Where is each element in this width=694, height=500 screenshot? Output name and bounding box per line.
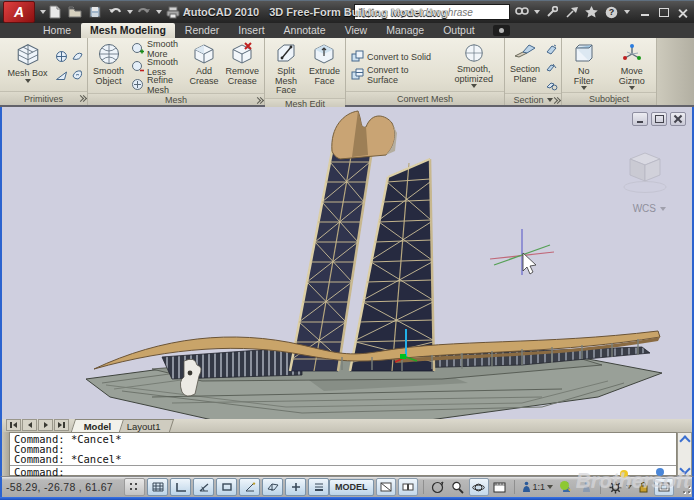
panel-subobject-footer[interactable]: Subobject (562, 92, 656, 105)
add-jog-button[interactable] (544, 58, 559, 75)
ortho-toggle[interactable] (170, 478, 191, 496)
save-icon[interactable] (86, 4, 104, 20)
last-layout-icon[interactable] (54, 419, 69, 431)
grid-toggle[interactable] (147, 478, 168, 496)
panel-convert-mesh-footer[interactable]: Convert Mesh (346, 91, 504, 105)
undo-dropdown-icon[interactable] (127, 10, 133, 14)
panel-expand-icon[interactable] (255, 97, 262, 104)
smooth-optimized-label: Smooth, optimized (449, 65, 499, 84)
mesh-box-button[interactable]: Mesh Box (2, 40, 53, 91)
extrude-face-button[interactable]: Extrude Face (306, 40, 343, 98)
steering-wheel-icon[interactable] (429, 479, 447, 495)
tab-view[interactable]: View (336, 23, 377, 38)
tab-mesh-modeling[interactable]: Mesh Modeling (81, 23, 175, 38)
drawing-close-button[interactable] (670, 112, 686, 126)
wcs-indicator[interactable]: WCS (633, 203, 666, 214)
no-filter-button[interactable]: No Filter (564, 40, 603, 92)
smooth-object-button[interactable]: Smooth Object (90, 40, 127, 93)
zoom-icon[interactable] (449, 479, 467, 495)
tab-model[interactable]: Model (71, 419, 125, 432)
drawing-viewport[interactable]: WCS (0, 107, 694, 419)
command-scrollbar[interactable] (677, 432, 692, 476)
snap-toggle[interactable] (124, 478, 145, 496)
scroll-down-icon[interactable] (680, 465, 689, 474)
coordinate-display[interactable]: -58.29, -26.78 , 61.67 (6, 481, 124, 493)
communication-center-icon[interactable] (563, 4, 580, 20)
move-gizmo-button[interactable]: Move Gizmo (609, 40, 654, 92)
lineweight-toggle[interactable] (308, 478, 329, 496)
scroll-up-icon[interactable] (680, 434, 689, 443)
new-file-icon[interactable] (46, 4, 64, 20)
tab-insert[interactable]: Insert (229, 23, 273, 38)
polar-toggle[interactable] (193, 478, 214, 496)
panel-mesh-footer[interactable]: Mesh (88, 93, 264, 105)
smooth-optimized-button[interactable]: Smooth, optimized (446, 40, 502, 91)
plot-icon[interactable] (164, 4, 182, 20)
close-button[interactable] (674, 5, 691, 19)
command-history[interactable]: Command: *Cancel* Command: Command: *Can… (10, 432, 677, 476)
panel-primitives: Mesh Box (0, 38, 88, 105)
subscription-center-icon[interactable] (543, 4, 560, 20)
tab-manage[interactable]: Manage (377, 23, 433, 38)
showmotion-icon[interactable] (491, 479, 509, 495)
previous-layout-icon[interactable] (22, 419, 37, 431)
minimize-button[interactable] (636, 5, 653, 19)
workspace-dropdown-icon[interactable] (626, 485, 632, 489)
dynamic-input-toggle[interactable] (285, 478, 306, 496)
otrack-toggle[interactable] (239, 478, 260, 496)
toolbar-lock-icon[interactable] (634, 479, 652, 495)
redo-dropdown-icon[interactable] (156, 10, 162, 14)
autoscale-icon[interactable] (577, 479, 595, 495)
panel-expand-icon[interactable] (78, 95, 85, 102)
osnap-toggle[interactable] (216, 478, 237, 496)
panel-section-footer[interactable]: Section (505, 93, 561, 105)
dynamic-ucs-toggle[interactable] (262, 478, 283, 496)
tab-render[interactable]: Render (176, 23, 228, 38)
mesh-cone-button[interactable] (54, 48, 69, 65)
tab-output[interactable]: Output (434, 23, 484, 38)
next-layout-icon[interactable] (38, 419, 53, 431)
section-plane-button[interactable]: Section Plane (507, 40, 543, 93)
open-file-icon[interactable] (66, 4, 84, 20)
workspace-switching-icon[interactable] (606, 479, 624, 495)
first-layout-icon[interactable] (6, 419, 21, 431)
mesh-torus-button[interactable] (70, 66, 85, 83)
mesh-wedge-button[interactable] (54, 66, 69, 83)
ribbon-options-icon[interactable] (493, 25, 510, 36)
drawing-restore-button[interactable] (651, 112, 667, 126)
panel-expand-icon[interactable] (552, 97, 559, 104)
maximize-button[interactable] (655, 5, 672, 19)
search-dropdown-icon[interactable] (534, 10, 540, 14)
split-mesh-face-button[interactable]: Split Mesh Face (267, 40, 305, 98)
convert-to-solid-button[interactable]: Convert to Solid (348, 48, 445, 65)
tab-home[interactable]: Home (34, 23, 80, 38)
favorites-star-icon[interactable] (583, 4, 600, 20)
orbit-icon[interactable] (469, 478, 489, 496)
clean-screen-icon[interactable] (654, 478, 674, 496)
add-crease-button[interactable]: Add Crease (186, 40, 221, 93)
quick-view-drawings-icon[interactable] (398, 478, 418, 496)
undo-icon[interactable] (106, 4, 124, 20)
command-window-grip[interactable] (2, 432, 10, 476)
drawing-minimize-button[interactable] (632, 112, 648, 126)
refine-mesh-button[interactable]: Refine Mesh (128, 76, 185, 93)
help-icon[interactable]: ? (603, 4, 620, 20)
annotation-scale-control[interactable]: 1:1 (520, 481, 556, 493)
model-space-button[interactable]: MODEL (329, 479, 374, 496)
smooth-less-button[interactable]: Smooth Less (128, 58, 185, 75)
search-icon[interactable] (513, 4, 530, 20)
smooth-more-button[interactable]: Smooth More (128, 40, 185, 57)
redo-icon[interactable] (135, 4, 153, 20)
resize-grip[interactable] (679, 480, 691, 494)
generate-section-button[interactable] (544, 76, 559, 93)
live-section-button[interactable] (544, 40, 559, 57)
tab-annotate[interactable]: Annotate (275, 23, 335, 38)
mesh-sphere-button[interactable] (70, 48, 85, 65)
quick-view-layouts-icon[interactable] (376, 478, 396, 496)
help-dropdown-icon[interactable] (624, 10, 630, 14)
panel-primitives-footer[interactable]: Primitives (0, 91, 87, 105)
convert-to-surface-button[interactable]: Convert to Surface (348, 66, 445, 83)
annotation-visibility-icon[interactable] (557, 479, 575, 495)
remove-crease-button[interactable]: Remove Crease (222, 40, 262, 93)
application-menu-button[interactable]: A (3, 1, 35, 23)
